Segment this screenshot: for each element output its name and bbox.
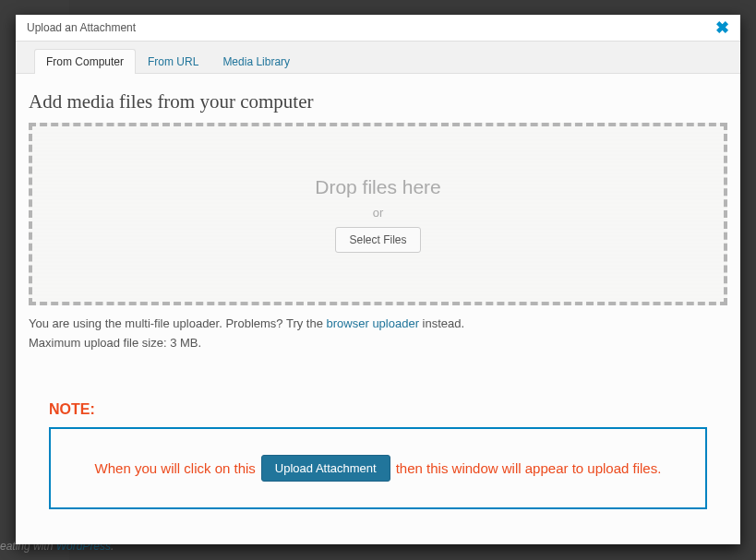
uploader-helper-text: You are using the multi-file uploader. P…: [29, 316, 727, 330]
tab-media-library[interactable]: Media Library: [210, 49, 302, 74]
tabstrip: From Computer From URL Media Library: [16, 42, 740, 74]
select-files-button[interactable]: Select Files: [335, 227, 420, 253]
tab-from-computer[interactable]: From Computer: [34, 49, 136, 74]
modal-title: Upload an Attachment: [27, 21, 136, 34]
note-text-before: When you will click on this: [95, 460, 256, 476]
upload-modal: Upload an Attachment ✖ From Computer Fro…: [16, 15, 740, 544]
or-text: or: [373, 206, 384, 220]
modal-body: Add media files from your computer Drop …: [16, 74, 740, 544]
helper-prefix: You are using the multi-file uploader. P…: [29, 316, 327, 330]
note-text-after: then this window will appear to upload f…: [396, 460, 662, 476]
drop-files-text: Drop files here: [315, 176, 441, 198]
max-upload-size-text: Maximum upload file size: 3 MB.: [29, 336, 727, 350]
browser-uploader-link[interactable]: browser uploader: [327, 316, 419, 330]
upload-attachment-button[interactable]: Upload Attachment: [261, 455, 390, 482]
helper-suffix: instead.: [419, 316, 464, 330]
note-box: When you will click on this Upload Attac…: [49, 427, 707, 509]
note-label: NOTE:: [49, 401, 707, 418]
dropzone[interactable]: Drop files here or Select Files: [29, 123, 727, 305]
modal-header: Upload an Attachment ✖: [16, 15, 740, 42]
tab-from-url[interactable]: From URL: [136, 49, 210, 74]
close-icon[interactable]: ✖: [715, 19, 729, 36]
note-section: NOTE: When you will click on this Upload…: [29, 401, 727, 509]
page-heading: Add media files from your computer: [29, 90, 727, 113]
